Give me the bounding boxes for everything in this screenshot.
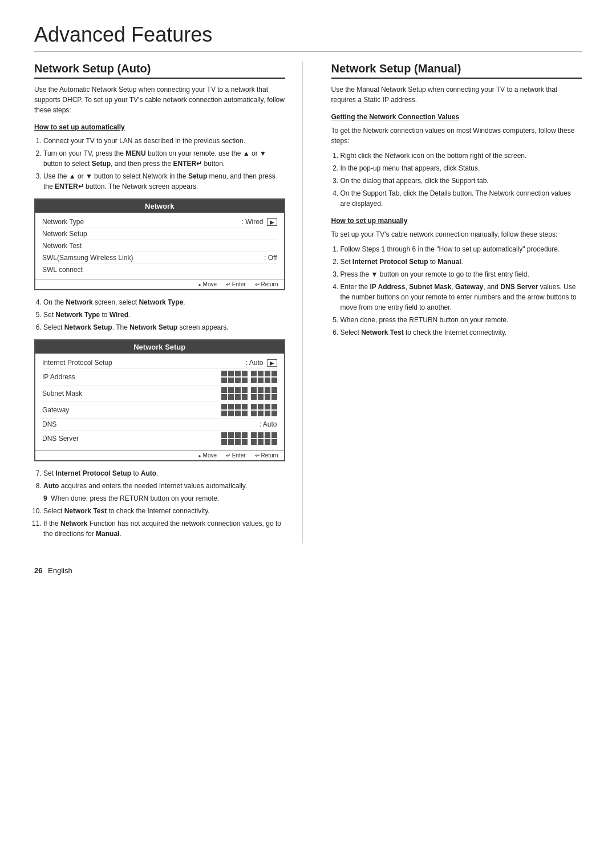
footer-enter: ↵ Enter <box>226 281 246 287</box>
list-item: Set Network Type to Wired. <box>43 310 285 320</box>
footer-return: ↩ Return <box>255 281 278 287</box>
list-item: Turn on your TV, press the MENU button o… <box>43 148 285 169</box>
arrow-icon: ▶ <box>267 359 277 367</box>
table-row: IP Address <box>42 369 277 386</box>
pixel-display <box>221 404 277 416</box>
left-section-title: Network Setup (Auto) <box>34 62 285 79</box>
network-setup-table: Network Setup Internet Protocol Setup : … <box>34 339 285 461</box>
table-row: Subnet Mask <box>42 386 277 402</box>
table-footer: ⬥ Move ↵ Enter ↩ Return <box>35 450 284 460</box>
table-row: Gateway <box>42 402 277 419</box>
table-row: Network Setup <box>42 228 277 240</box>
row-label: Network Setup <box>42 230 87 238</box>
row-value: : Off <box>264 254 277 262</box>
auto-setup-subtitle: How to set up automatically <box>34 122 285 132</box>
footer-move: ⬥ Move <box>198 281 217 287</box>
page-number: 26 <box>34 566 42 575</box>
page-footer: 26 English <box>34 566 582 575</box>
page-lang: English <box>48 566 72 575</box>
row-label: SWL(Samsung Wireless Link) <box>42 254 133 262</box>
page-title: Advanced Features <box>34 23 582 52</box>
list-item: Set Internet Protocol Setup to Manual. <box>341 257 582 267</box>
footer-move: ⬥ Move <box>198 452 217 459</box>
row-label: Gateway <box>42 406 69 414</box>
getting-values-steps: Right click the Network icon on the bott… <box>341 151 582 209</box>
pixel-display <box>221 432 277 445</box>
row-value: : Auto ▶ <box>246 359 277 367</box>
list-item: When done, press the RETURN button on yo… <box>341 315 582 325</box>
getting-values-subtitle: Getting the Network Connection Values <box>331 112 582 122</box>
network-setup-body: Internet Protocol Setup : Auto ▶ IP Addr… <box>35 354 284 450</box>
list-item: Select Network Setup. The Network Setup … <box>43 322 285 332</box>
network-setup-header: Network Setup <box>35 340 284 354</box>
left-intro: Use the Automatic Network Setup when con… <box>34 84 285 115</box>
table-footer: ⬥ Move ↵ Enter ↩ Return <box>35 279 284 289</box>
row-label: Internet Protocol Setup <box>42 359 112 367</box>
list-item: Press the ▼ button on your remote to go … <box>341 269 582 279</box>
list-item: In the pop-up menu that appears, click S… <box>341 163 582 173</box>
list-item: Select Network Test to check the Interne… <box>341 327 582 338</box>
table-row: SWL connect <box>42 264 277 275</box>
list-item: Use the ▲ or ▼ button to select Network … <box>43 171 285 192</box>
network-table-body: Network Type : Wired ▶ Network Setup Net… <box>35 213 284 279</box>
row-value <box>218 432 277 445</box>
row-value: : Auto <box>260 420 277 428</box>
list-item: Select Network Test to check the Interne… <box>43 506 285 516</box>
row-label: DNS <box>42 420 56 428</box>
row-label: SWL connect <box>42 266 83 274</box>
row-label: IP Address <box>42 373 75 381</box>
auto-steps-list: Connect your TV to your LAN as described… <box>43 136 285 192</box>
list-item: Auto acquires and enters the needed Inte… <box>43 481 285 491</box>
row-label: Network Type <box>42 218 84 226</box>
list-item: On the Network screen, select Network Ty… <box>43 297 285 307</box>
manual-intro: To set up your TV's cable network connec… <box>331 229 582 240</box>
table-row: SWL(Samsung Wireless Link) : Off <box>42 252 277 264</box>
list-item: Connect your TV to your LAN as described… <box>43 136 285 146</box>
list-item: On the Support Tab, click the Details bu… <box>341 188 582 209</box>
list-item: Right click the Network icon on the bott… <box>341 151 582 161</box>
list-item: If the Network Function has not acquired… <box>43 518 285 539</box>
network-table: Network Network Type : Wired ▶ Network S… <box>34 198 285 290</box>
list-item: 9 When done, press the RETURN button on … <box>34 493 285 504</box>
table-row: DNS Server <box>42 431 277 447</box>
list-item: On the dialog that appears, click the Su… <box>341 176 582 186</box>
row-label: Subnet Mask <box>42 390 82 397</box>
network-table-header: Network <box>35 200 284 213</box>
list-item: Set Internet Protocol Setup to Auto. <box>43 468 285 478</box>
arrow-icon: ▶ <box>267 218 277 226</box>
auto-steps-list-end: Set Internet Protocol Setup to Auto. Aut… <box>43 468 285 539</box>
auto-steps-list-continued: On the Network screen, select Network Ty… <box>43 297 285 332</box>
pixel-display <box>221 371 277 383</box>
manual-subtitle: How to set up manually <box>331 216 582 226</box>
table-row: Internet Protocol Setup : Auto ▶ <box>42 357 277 369</box>
row-value: : Wired ▶ <box>241 218 277 226</box>
list-item: Follow Steps 1 through 6 in the "How to … <box>341 244 582 254</box>
row-label: Network Test <box>42 242 82 250</box>
footer-return: ↩ Return <box>255 452 278 459</box>
right-intro: Use the Manual Network Setup when connec… <box>331 84 582 105</box>
table-row: DNS : Auto <box>42 419 277 431</box>
getting-values-intro: To get the Network connection values on … <box>331 125 582 146</box>
table-row: Network Test <box>42 240 277 252</box>
row-value <box>218 404 277 416</box>
footer-enter: ↵ Enter <box>226 452 246 459</box>
row-value <box>218 387 277 400</box>
pixel-display <box>221 387 277 400</box>
right-section-title: Network Setup (Manual) <box>331 62 582 79</box>
table-row: Network Type : Wired ▶ <box>42 216 277 228</box>
list-item: Enter the IP Address, Subnet Mask, Gatew… <box>341 282 582 313</box>
left-column: Network Setup (Auto) Use the Automatic N… <box>34 62 303 543</box>
row-value <box>218 371 277 383</box>
row-label: DNS Server <box>42 435 79 443</box>
manual-steps-list: Follow Steps 1 through 6 in the "How to … <box>341 244 582 338</box>
right-column: Network Setup (Manual) Use the Manual Ne… <box>326 62 582 543</box>
